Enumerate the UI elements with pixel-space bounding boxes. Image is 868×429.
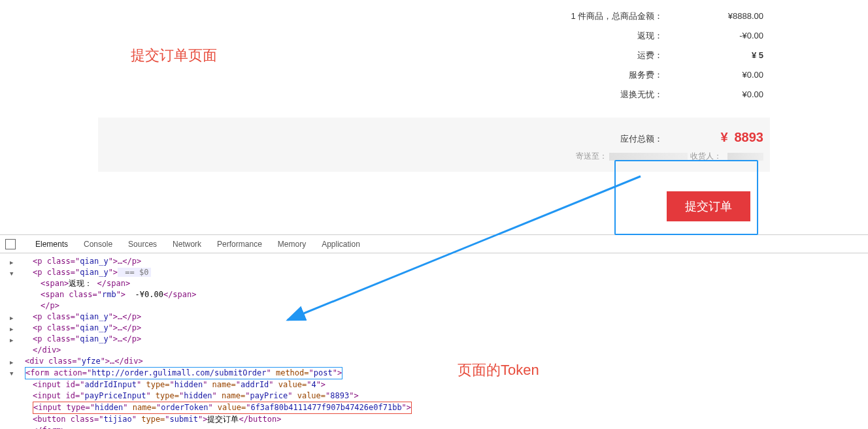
dom-node-form-highlighted[interactable]: <form action="http://order.gulimall.com/… [0, 367, 868, 379]
dom-node-input[interactable]: <input id="payPriceInput" type="hidden" … [0, 390, 868, 402]
return-value: ¥0.00 [692, 85, 763, 104]
tab-console[interactable]: Console [76, 235, 120, 253]
cashback-value: -¥0.00 [692, 26, 763, 46]
dom-tree[interactable]: <p class="qian_y">…</p> <p class="qian_y… [0, 253, 868, 429]
total-value: ¥8893 [692, 127, 763, 147]
tab-application[interactable]: Application [314, 235, 368, 253]
shipping-value: ¥ 5 [692, 46, 763, 65]
summary-row-items: 1 件商品，总商品金额： ¥8888.00 [98, 7, 763, 26]
tab-memory[interactable]: Memory [270, 235, 314, 253]
tab-network[interactable]: Network [165, 235, 209, 253]
inspect-icon[interactable] [5, 239, 16, 249]
cashback-label: 返现： [637, 26, 663, 46]
tab-elements[interactable]: Elements [27, 235, 76, 253]
receiver-label: 收货人： [690, 151, 722, 161]
dom-node[interactable]: <p class="qian_y">…</p> [0, 256, 868, 267]
dom-node[interactable]: <p class="qian_y">…</p> [0, 323, 868, 334]
dom-node[interactable]: <div class="yfze">…</div> [0, 356, 868, 367]
submit-order-button[interactable]: 提交订单 [667, 191, 750, 221]
service-value: ¥0.00 [692, 65, 763, 85]
tab-sources[interactable]: Sources [120, 235, 165, 253]
tab-performance[interactable]: Performance [209, 235, 270, 253]
shipping-label: 运费： [637, 46, 663, 65]
dom-node-input[interactable]: <input id="addrIdInput" type="hidden" na… [0, 379, 868, 390]
items-count-label: 1 件商品，总商品金额： [571, 7, 663, 26]
receiver-redacted [727, 153, 763, 161]
service-label: 服务费： [629, 65, 663, 85]
dom-node[interactable]: <span class="rmb"> -¥0.00</span> [0, 289, 868, 300]
return-label: 退换无忧： [620, 85, 663, 104]
dom-node[interactable]: <span>返现： </span> [0, 278, 868, 289]
summary-row-return: 退换无忧： ¥0.00 [98, 85, 763, 104]
dom-node[interactable]: </p> [0, 300, 868, 311]
total-box: 应付总额： ¥8893 寄送至： 收货人： [98, 118, 770, 172]
dom-node-token-highlighted[interactable]: <input type="hidden" name="orderToken" v… [0, 402, 868, 414]
deliver-to-label: 寄送至： [576, 151, 607, 161]
dom-node[interactable]: <p class="qian_y">…</p> [0, 311, 868, 323]
dom-node[interactable]: <p class="qian_y">…</p> [0, 334, 868, 345]
total-label: 应付总额： [620, 129, 663, 149]
dom-node-selected[interactable]: <p class="qian_y"> == $0 [0, 267, 868, 278]
dom-node-button[interactable]: <button class="tijiao" type="submit">提交订… [0, 414, 868, 425]
address-row: 寄送至： 收货人： [105, 151, 763, 162]
devtools-tabs: Elements Console Sources Network Perform… [0, 235, 868, 253]
annotation-submit-page-label: 提交订单页面 [131, 46, 217, 65]
items-total-value: ¥8888.00 [692, 7, 763, 26]
address-redacted [609, 153, 688, 161]
summary-row-service: 服务费： ¥0.00 [98, 65, 763, 85]
dom-node[interactable]: </form> [0, 425, 868, 429]
dom-node[interactable]: </div> [0, 345, 868, 356]
summary-row-cashback: 返现： -¥0.00 [98, 26, 763, 46]
devtools-panel: Elements Console Sources Network Perform… [0, 234, 868, 429]
